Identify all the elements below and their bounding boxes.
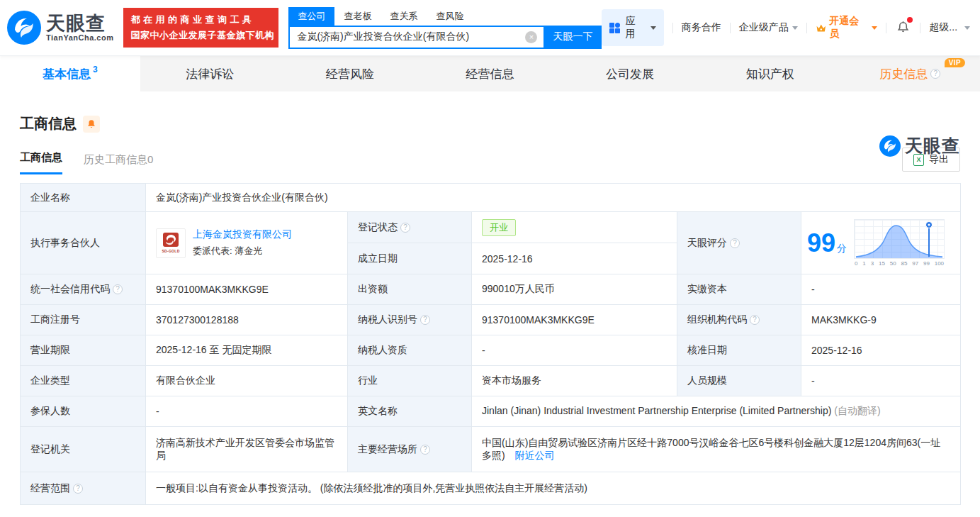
divider [886,23,886,33]
notifications-button[interactable] [896,20,910,36]
score-axis-labels: 0131550859799100 [854,260,945,267]
business-scope-value: 一般项目:以自有资金从事投资活动。 (除依法须经批准的项目外,凭营业执照依法自主… [146,472,961,505]
tab-history-info-label: 历史信息 [879,66,928,82]
search-tab-company[interactable]: 查公司 [288,7,334,26]
table-row: 工商注册号 370127300128188 纳税人识别号? 91370100MA… [21,305,961,335]
search-tabs: 查公司 查老板 查关系 查风险 [288,7,602,26]
section-title: 工商信息 [20,114,77,133]
bell-curve-icon [855,220,944,258]
score-value: 99 [807,228,835,257]
nearby-companies-link[interactable]: 附近公司 [515,450,555,461]
partner-company-link[interactable]: 上海金岚投资有限公司 [193,228,292,240]
credit-code-label: 统一社会信用代码? [21,274,146,305]
company-name-label: 企业名称 [21,184,146,212]
enterprise-type-value: 有限合伙企业 [146,366,348,396]
score-unit: 分 [837,243,847,254]
open-membership[interactable]: 开通会员 [816,15,878,40]
tab-company-development[interactable]: 公司发展 [560,56,700,91]
site-logo[interactable]: 天眼查 TianYanCha.com [7,11,113,45]
tab-legal-proceedings[interactable]: 法律诉讼 [140,56,281,91]
industry-value: 资本市场服务 [472,366,677,396]
chevron-down-icon [792,26,798,30]
reg-number-value: 370127300128188 [146,305,348,335]
help-icon[interactable]: ? [420,315,430,325]
help-icon[interactable]: ? [113,284,123,294]
promo-banner[interactable]: 都在用的商业查询工具 国家中小企业发展子基金旗下机构 [123,8,278,48]
taxpayer-id-value: 91370100MAK3MKKG9E [472,305,677,335]
subtab-history-registration[interactable]: 历史工商信息0 [84,153,153,174]
help-icon[interactable]: ? [750,315,760,325]
business-address-value: 中国(山东)自由贸易试验区济南片区经十路7000号汉峪金谷七区6号楼科创金融大厦… [472,427,961,472]
partner-logo-text: SD-GOLD [162,249,179,253]
executive-partner-label: 执行事务合伙人 [21,212,146,274]
tab-business-info[interactable]: 经营信息 [420,56,561,91]
staff-size-value: - [801,366,961,396]
registration-status-label: 登记状态? [348,212,472,243]
table-row: 企业名称 金岚(济南)产业投资合伙企业(有限合伙) [21,184,961,212]
search-area: 查公司 查老板 查关系 查风险 × 天眼一下 [288,7,602,49]
english-name-label: 英文名称 [348,396,472,427]
credit-code-value: 91370100MAK3MKKG9E [146,274,348,305]
tab-history-info[interactable]: 历史信息 ? VIP [840,56,980,91]
tianyan-score-cell[interactable]: 99分 013155 [801,212,961,274]
status-badge[interactable]: 开业 [482,219,516,236]
org-code-label: 组织机构代码? [677,305,801,335]
help-icon[interactable]: ? [730,238,740,248]
paid-in-capital-label: 实缴资本 [677,274,801,305]
apps-menu[interactable]: 应用 [602,9,663,46]
help-icon[interactable]: ? [400,223,410,233]
search-input[interactable] [288,26,543,49]
business-address-label: 主要经营场所? [348,427,472,472]
insured-count-label: 参保人数 [21,396,146,427]
excel-icon: X [913,154,924,166]
search-tab-boss[interactable]: 查老板 [334,7,381,26]
promo-banner-line1: 都在用的商业查询工具 [130,13,271,26]
subtab-business-registration[interactable]: 工商信息 [20,151,62,174]
tab-basic-info-count: 3 [93,65,98,74]
insured-count-value: - [146,396,348,427]
reg-number-label: 工商注册号 [21,305,146,335]
staff-size-label: 人员规模 [677,366,801,396]
tab-basic-info-label: 基本信息 [43,66,91,82]
nav-business-cooperation[interactable]: 商务合作 [682,21,721,34]
nav-enterprise-products[interactable]: 企业级产品 [739,21,798,34]
score-distribution-chart: 0131550859799100 [854,219,945,267]
reg-authority-label: 登记机关 [21,427,146,472]
tab-company-development-label: 公司发展 [606,66,654,82]
search-tab-risk[interactable]: 查风险 [427,7,473,26]
table-row: 登记机关 济南高新技术产业开发区管委会市场监管局 主要经营场所? 中国(山东)自… [21,427,961,472]
company-name-value: 金岚(济南)产业投资合伙企业(有限合伙) [146,184,961,212]
tianyancha-logo-icon [879,135,901,157]
approval-date-label: 核准日期 [677,335,801,366]
promo-banner-line2: 国家中小企业发展子基金旗下机构 [130,29,271,42]
approval-date-value: 2025-12-16 [801,335,961,366]
table-row: 参保人数 - 英文名称 Jinlan (Jinan) Industrial In… [21,396,961,427]
help-icon[interactable]: ? [420,445,430,455]
chevron-down-icon [650,26,656,30]
divider [730,23,731,33]
auto-translate-note: (自动翻译) [834,405,880,416]
header-nav: 应用 商务合作 企业级产品 开通会员 [602,9,970,46]
table-row: 统一社会信用代码? 91370100MAK3MKKG9E 出资额 990010万… [21,274,961,305]
main-content: 天眼查 工商信息 工商信息 历史工商信息0 X 导出 企业名称 金岚(济南)产业 [0,114,980,505]
help-icon[interactable]: ? [930,69,940,79]
logo-title: 天眼查 [46,13,113,33]
tab-intellectual-property[interactable]: 知识产权 [700,56,840,91]
table-row: 执行事务合伙人 SD-GOLD 上海金岚投资有限公司 [21,212,961,243]
tab-basic-info[interactable]: 基本信息 3 [0,56,140,91]
help-icon[interactable]: ? [73,484,83,494]
user-menu[interactable]: 超级... [929,21,970,34]
search-tab-relation[interactable]: 查关系 [381,7,427,26]
business-info-table: 企业名称 金岚(济南)产业投资合伙企业(有限合伙) 执行事务合伙人 SD-GO [20,183,961,505]
establish-date-value: 2025-12-16 [472,243,677,274]
english-name-value: Jinlan (Jinan) Industrial Investment Par… [472,396,961,427]
notification-dot [907,17,913,23]
subscribe-bell-button[interactable] [83,116,100,133]
tab-operational-risk[interactable]: 经营风险 [280,56,420,91]
enterprise-type-label: 企业类型 [21,366,146,396]
business-term-value: 2025-12-16 至 无固定期限 [146,335,348,366]
partner-company-logo[interactable]: SD-GOLD [156,228,186,258]
clear-search-icon[interactable]: × [525,31,537,43]
tab-intellectual-property-label: 知识产权 [746,66,794,82]
search-button[interactable]: 天眼一下 [543,26,602,49]
